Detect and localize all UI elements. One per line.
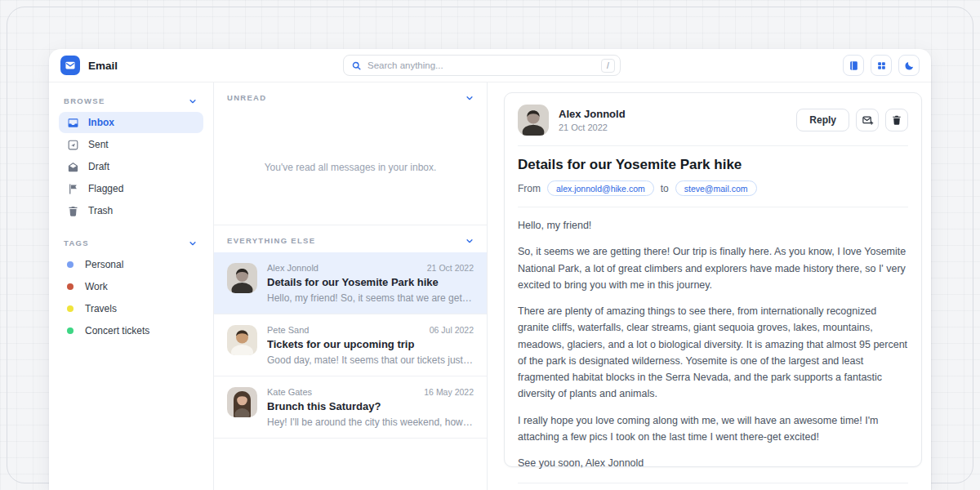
topbar: Email / (49, 49, 931, 82)
sidebar-tag-travels[interactable]: Travels (59, 298, 203, 319)
browse-label: BROWSE (64, 96, 105, 105)
email-date: 06 Jul 2022 (430, 325, 474, 335)
detail-actions: Reply (796, 109, 908, 131)
notebook-icon (849, 60, 859, 71)
email-sender: Kate Gates (267, 387, 312, 397)
from-email-chip[interactable]: alex.jonnold@hike.com (547, 180, 654, 196)
sidebar-item-label: Draft (88, 161, 109, 172)
tag-dot-concert-tickets (67, 327, 74, 334)
browse-section-header[interactable]: BROWSE (59, 91, 203, 111)
search-bar[interactable]: / (343, 55, 621, 76)
search-shortcut-badge: / (601, 59, 615, 73)
chevron-down-icon[interactable] (189, 97, 197, 105)
sidebar-tag-work[interactable]: Work (59, 276, 203, 297)
sidebar-tag-personal[interactable]: Personal (59, 254, 203, 275)
search-input[interactable] (368, 60, 601, 70)
body-paragraph: There are plenty of amazing things to se… (518, 303, 908, 403)
avatar (227, 325, 257, 355)
tag-label: Personal (85, 259, 123, 270)
moon-icon (904, 60, 915, 71)
sidebar-item-label: Sent (88, 139, 109, 150)
draft-icon (67, 161, 79, 173)
sidebar-item-draft[interactable]: Draft (59, 156, 203, 177)
to-label: to (661, 183, 669, 194)
mark-unread-button[interactable] (856, 109, 879, 131)
email-list-item-brunch[interactable]: Kate Gates 16 May 2022 Brunch this Satur… (214, 376, 487, 438)
sent-icon (67, 139, 79, 151)
delete-button[interactable] (885, 109, 908, 131)
from-to-row: From alex.jonnold@hike.com to steve@mail… (518, 180, 908, 207)
chevron-down-icon[interactable] (466, 94, 474, 102)
detail-subject: Details for our Yosemite Park hike (518, 157, 908, 173)
sidebar-item-trash[interactable]: Trash (59, 200, 203, 221)
search-icon (351, 60, 362, 71)
detail-header: Alex Jonnold 21 Oct 2022 Reply (518, 105, 908, 136)
app-logo (60, 56, 80, 75)
reply-button[interactable]: Reply (796, 109, 849, 131)
avatar (227, 263, 257, 293)
email-list-item-tickets[interactable]: Pete Sand 06 Jul 2022 Tickets for our up… (214, 314, 487, 376)
avatar (518, 105, 549, 136)
body-paragraph: See you soon, Alex Jonnold (518, 455, 908, 471)
sidebar-item-label: Trash (88, 205, 113, 216)
unread-empty-message: You've read all messages in your inbox. (214, 109, 487, 225)
everything-else-label: EVERYTHING ELSE (227, 236, 315, 245)
app-title: Email (88, 60, 118, 72)
email-subject: Details for our Yosemite Park hike (267, 276, 474, 288)
email-snippet: Hello, my friend! So, it seems that we a… (267, 292, 474, 304)
email-sender: Alex Jonnold (267, 263, 318, 273)
email-snippet: Good day, mate! It seems that our ticket… (267, 354, 474, 366)
grid-icon (876, 60, 887, 71)
tag-label: Travels (85, 303, 117, 314)
sidebar-item-flagged[interactable]: Flagged (59, 178, 203, 199)
sidebar-item-inbox[interactable]: Inbox (59, 112, 203, 133)
email-sender: Pete Sand (267, 325, 309, 335)
from-label: From (518, 183, 541, 194)
tags-label: TAGS (64, 238, 89, 247)
trash-icon (67, 205, 79, 217)
sidebar-item-label: Flagged (88, 183, 123, 194)
body-paragraph: I really hope you love coming along with… (518, 412, 908, 446)
unread-label: UNREAD (227, 93, 266, 102)
apps-grid-button[interactable] (871, 55, 892, 76)
email-detail-pane: Alex Jonnold 21 Oct 2022 Reply (488, 82, 931, 490)
sidebar-tag-concert-tickets[interactable]: Concert tickets (59, 320, 203, 341)
email-app-window: Email / (49, 49, 931, 490)
email-date: 16 May 2022 (424, 387, 474, 397)
chevron-down-icon[interactable] (189, 239, 197, 247)
divider (518, 483, 908, 483)
dark-mode-toggle[interactable] (898, 55, 920, 76)
avatar (227, 387, 257, 417)
email-detail-card: Alex Jonnold 21 Oct 2022 Reply (504, 92, 922, 467)
email-snippet: Hey! I'll be around the city this weeken… (267, 416, 474, 428)
tags-section-header[interactable]: TAGS (59, 233, 203, 253)
detail-date: 21 Oct 2022 (559, 122, 626, 132)
sidebar: BROWSE Inbox Sent (49, 82, 214, 490)
sidebar-item-label: Inbox (88, 117, 114, 128)
envelope-icon (862, 114, 874, 127)
chevron-down-icon[interactable] (466, 237, 474, 245)
divider (518, 145, 908, 146)
tag-label: Work (85, 281, 108, 292)
email-list-item-yosemite[interactable]: Alex Jonnold 21 Oct 2022 Details for our… (214, 252, 487, 314)
unread-section-header[interactable]: UNREAD (214, 82, 487, 109)
detail-sender-name: Alex Jonnold (559, 108, 626, 120)
body-paragraph: So, it seems we are getting there! Our t… (518, 243, 908, 293)
email-subject: Tickets for our upcoming trip (267, 338, 474, 350)
tag-dot-travels (67, 305, 74, 312)
tag-dot-personal (67, 261, 74, 268)
sidebar-item-sent[interactable]: Sent (59, 134, 203, 155)
email-date: 21 Oct 2022 (427, 263, 474, 273)
envelope-logo-icon (65, 60, 76, 71)
inbox-icon (67, 117, 79, 129)
tag-label: Concert tickets (85, 325, 149, 336)
everything-else-section-header[interactable]: EVERYTHING ELSE (214, 225, 487, 252)
body-paragraph: Hello, my friend! (518, 217, 908, 234)
divider (214, 438, 487, 439)
notebook-button[interactable] (843, 55, 864, 76)
email-subject: Brunch this Saturday? (267, 400, 474, 412)
flag-icon (67, 183, 79, 195)
to-email-chip[interactable]: steve@mail.com (675, 180, 757, 196)
email-body-text: Hello, my friend! So, it seems we are ge… (518, 207, 908, 471)
tag-dot-work (67, 283, 74, 290)
